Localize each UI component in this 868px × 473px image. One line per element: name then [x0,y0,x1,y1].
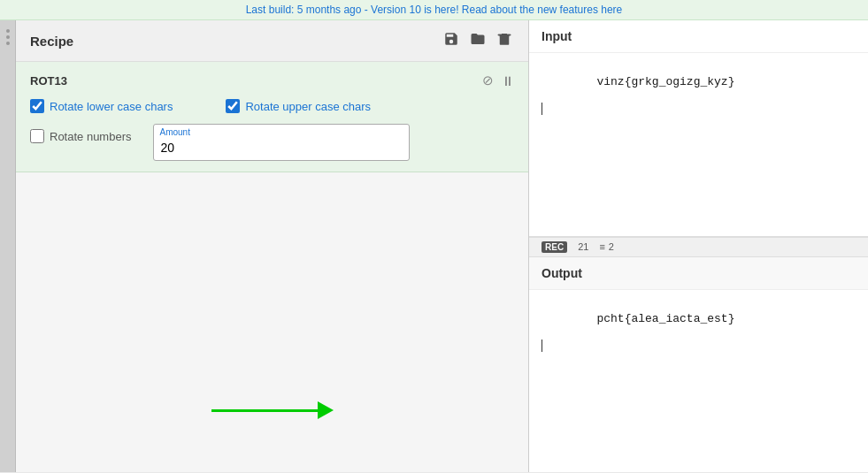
rotate-upper-label: Rotate upper case chars [245,100,371,113]
right-panel: Input vinz{grkg_ogizg_kyz} REC 21 ≡ 2 Ou… [529,20,868,472]
input-code-area[interactable]: vinz{grkg_ogizg_kyz} [529,53,868,236]
rotate-numbers-checkbox-item[interactable]: Rotate numbers [30,129,132,143]
numbers-row: Rotate numbers Amount [30,124,514,161]
output-code-text: pcht{alea_iacta_est} [596,312,734,325]
rotate-lower-checkbox-item[interactable]: Rotate lower case chars [30,99,173,113]
left-sidebar [0,20,16,472]
equals-icon: ≡ [599,241,604,252]
rot13-header-icons: ⊘ ⏸ [482,72,514,88]
amount-input[interactable] [153,124,410,161]
rotate-numbers-checkbox[interactable] [30,129,44,143]
recipe-title: Recipe [30,34,73,49]
recipe-header: Recipe [16,20,528,62]
output-section: Output pcht{alea_iacta_est} [529,257,868,473]
rotate-lower-label: Rotate lower case chars [50,100,173,113]
rotate-lower-checkbox[interactable] [30,99,44,113]
recipe-empty-area [16,172,528,472]
save-icon[interactable] [442,29,461,52]
banner-link[interactable]: Last build: 5 months ago - Version 10 is… [246,4,623,16]
sidebar-dot [6,29,10,33]
folder-icon[interactable] [468,29,488,52]
output-code-area[interactable]: pcht{alea_iacta_est} [529,290,868,473]
svg-rect-2 [498,34,511,36]
input-cursor [542,103,542,115]
rot13-header: ROT13 ⊘ ⏸ [30,72,514,88]
top-banner: Last build: 5 months ago - Version 10 is… [0,0,868,20]
output-cursor [542,339,542,352]
recipe-icons [442,29,514,52]
rot13-block: ROT13 ⊘ ⏸ Rotate lower case chars Rotate… [16,62,528,172]
sidebar-dot [6,42,10,45]
pause-icon[interactable]: ⏸ [501,73,514,88]
sidebar-dots [6,29,10,45]
equals-value: 2 [609,241,614,252]
arrow-line [211,401,334,419]
rotate-numbers-label: Rotate numbers [50,130,132,143]
rotate-upper-checkbox-item[interactable]: Rotate upper case chars [226,99,371,113]
input-code-text: vinz{grkg_ogizg_kyz} [596,75,734,88]
input-section-header: Input [529,20,868,53]
rec-value: 21 [578,241,588,252]
svg-rect-0 [500,35,510,45]
disable-icon[interactable]: ⊘ [482,72,494,88]
checkboxes-row: Rotate lower case chars Rotate upper cas… [30,99,514,113]
status-equals-group: ≡ 2 [599,241,614,252]
rec-badge: REC [542,241,567,253]
delete-icon[interactable] [495,29,514,52]
amount-field: Amount [153,124,515,161]
rotate-upper-checkbox[interactable] [226,99,240,113]
input-section: Input vinz{grkg_ogizg_kyz} [529,20,868,237]
arrow-head [318,401,334,419]
status-bar: REC 21 ≡ 2 [529,237,868,257]
sidebar-dot [6,35,10,39]
output-section-header: Output [529,257,868,290]
recipe-panel: Recipe [16,20,529,472]
arrow-area [16,401,528,419]
arrow-shaft [211,409,318,412]
rot13-title: ROT13 [30,74,67,88]
